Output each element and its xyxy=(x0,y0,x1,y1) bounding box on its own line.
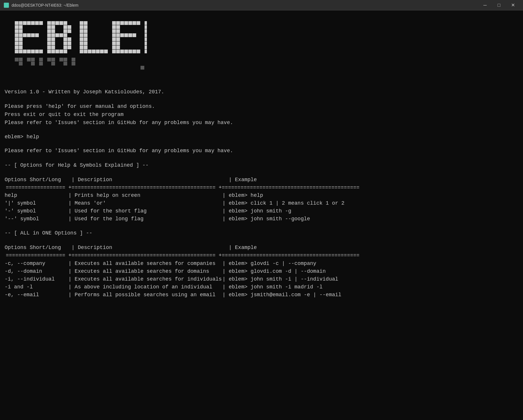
help-sep2-header: | xyxy=(225,176,235,184)
cell-sep1: | xyxy=(68,268,75,275)
terminal-body[interactable]: Version 1.0 - Written by Joseph Katsiolo… xyxy=(0,10,523,420)
cell-sep1: | xyxy=(68,215,75,223)
help-table: Options Short/Long | Description | Examp… xyxy=(5,176,520,223)
cell-sep2: | xyxy=(223,291,229,299)
cell-sep1: | xyxy=(68,283,75,291)
cell-sep2: | xyxy=(223,283,229,291)
all-col1-header: Options Short/Long xyxy=(5,244,68,252)
all-col3-header: Example xyxy=(235,244,409,252)
all-sep2-header: | xyxy=(225,244,235,252)
cell-sep1: | xyxy=(68,192,75,199)
prompt-help: eblem> help xyxy=(5,133,520,141)
cell-sep1: | xyxy=(68,207,75,215)
issues-line1: Please refer to 'Issues' section in GitH… xyxy=(5,119,520,127)
ascii-art-logo xyxy=(11,17,147,84)
table-row: -i and -l| As above including location o… xyxy=(5,283,520,291)
help-prompt-line1: Please press 'help' for user manual and … xyxy=(5,103,520,111)
window-controls: ─ □ ✕ xyxy=(478,0,520,10)
cell-col1: -e, --email xyxy=(5,291,68,299)
all-table-rows: -c, --company| Executes all available se… xyxy=(5,260,520,299)
help-table-header: Options Short/Long | Description | Examp… xyxy=(5,176,520,184)
cell-col1: help xyxy=(5,192,68,199)
cell-col1: '--' symbol xyxy=(5,215,68,223)
all-table-separator: =================== +===================… xyxy=(6,252,520,260)
cell-sep2: | xyxy=(223,199,229,207)
cell-col2: Performs all possible searches using an … xyxy=(75,291,223,299)
cell-col2: Means 'or' xyxy=(75,199,223,207)
close-button[interactable]: ✕ xyxy=(506,0,520,10)
cell-sep2: | xyxy=(223,268,229,275)
cell-sep1: | xyxy=(68,199,75,207)
all-table: Options Short/Long | Description | Examp… xyxy=(5,244,520,299)
titlebar: ddos@DESKTOP-NT4IE63: ~/Eblem ─ □ ✕ xyxy=(0,0,523,10)
cell-sep1: | xyxy=(68,260,75,268)
maximize-button[interactable]: □ xyxy=(492,0,506,10)
help-col3-header: Example xyxy=(235,176,409,184)
cell-col1: -c, --company xyxy=(5,260,68,268)
table-row: -d, --domain| Executes all available sea… xyxy=(5,268,520,275)
cell-col2: As above including location of an indivi… xyxy=(75,283,223,291)
cell-col1: -i, --individual xyxy=(5,275,68,283)
cell-sep1: | xyxy=(68,275,75,283)
cell-col3: eblem> help xyxy=(229,192,402,199)
section-help-title: -- [ Options for Help & Symbols Explaine… xyxy=(5,161,520,170)
cell-col1: -i and -l xyxy=(5,283,68,291)
cell-sep2: | xyxy=(223,207,229,215)
cell-col2: Used for the short flag xyxy=(75,207,223,215)
help-prompt-line2: Press exit or quit to exit the program xyxy=(5,111,520,119)
minimize-button[interactable]: ─ xyxy=(478,0,492,10)
table-row: -i, --individual| Executes all available… xyxy=(5,275,520,283)
version-line: Version 1.0 - Written by Joseph Katsiolo… xyxy=(5,88,520,96)
cell-sep2: | xyxy=(223,192,229,199)
cell-col3: eblem> jsmith@email.com -e | --email xyxy=(229,291,402,299)
table-row: help| Prints help on screen| eblem> help xyxy=(5,192,520,199)
cell-col2: Used for the long flag xyxy=(75,215,223,223)
all-table-header: Options Short/Long | Description | Examp… xyxy=(5,244,520,252)
cell-col2: Executes all available searches for comp… xyxy=(75,260,223,268)
cell-col3: eblem> john smith -i | --individual xyxy=(229,275,402,283)
cell-col2: Prints help on screen xyxy=(75,192,223,199)
table-row: '--' symbol| Used for the long flag| ebl… xyxy=(5,215,520,223)
help-table-separator: =================== +===================… xyxy=(6,184,520,192)
cell-col2: Executes all available searches for indi… xyxy=(75,275,223,283)
cell-col3: eblem> john smith --google xyxy=(229,215,402,223)
all-col2-header: Description xyxy=(78,244,225,252)
window-title: ddos@DESKTOP-NT4IE63: ~/Eblem xyxy=(12,3,478,8)
terminal-icon xyxy=(3,2,9,8)
help-table-rows: help| Prints help on screen| eblem> help… xyxy=(5,192,520,223)
cell-col1: -d, --domain xyxy=(5,268,68,275)
cell-col3: eblem> click 1 | 2 means click 1 or 2 xyxy=(229,199,402,207)
cell-sep2: | xyxy=(223,260,229,268)
cell-col1: '-' symbol xyxy=(5,207,68,215)
all-sep1-header: | xyxy=(68,244,78,252)
help-col2-header: Description xyxy=(78,176,225,184)
cell-col1: '|' symbol xyxy=(5,199,68,207)
cell-sep2: | xyxy=(223,275,229,283)
help-col1-header: Options Short/Long xyxy=(5,176,68,184)
table-row: '-' symbol| Used for the short flag| ebl… xyxy=(5,207,520,215)
cell-col3: eblem> glovdi.com -d | --domain xyxy=(229,268,402,275)
cell-col3: eblem> john smith -g xyxy=(229,207,402,215)
cell-sep1: | xyxy=(68,291,75,299)
help-sep1-header: | xyxy=(68,176,78,184)
issues-line2: Please refer to 'Issues' section in GitH… xyxy=(5,147,520,155)
table-row: -c, --company| Executes all available se… xyxy=(5,260,520,268)
cell-col3: eblem> john smith -i madrid -l xyxy=(229,283,402,291)
terminal-window: ddos@DESKTOP-NT4IE63: ~/Eblem ─ □ ✕ Vers… xyxy=(0,0,523,420)
cell-sep2: | xyxy=(223,215,229,223)
section-all-title: -- [ ALL in ONE Options ] -- xyxy=(5,229,520,237)
cell-col3: eblem> glovdi -c | --company xyxy=(229,260,402,268)
cell-col2: Executes all available searches for doma… xyxy=(75,268,223,275)
table-row: -e, --email| Performs all possible searc… xyxy=(5,291,520,299)
table-row: '|' symbol| Means 'or'| eblem> click 1 |… xyxy=(5,199,520,207)
